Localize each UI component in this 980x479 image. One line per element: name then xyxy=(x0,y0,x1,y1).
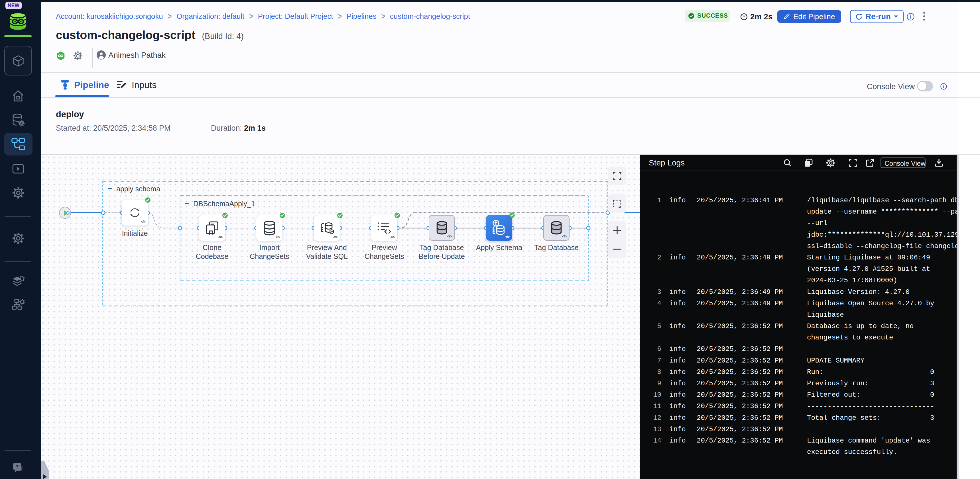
svg-text:?: ? xyxy=(16,464,19,469)
